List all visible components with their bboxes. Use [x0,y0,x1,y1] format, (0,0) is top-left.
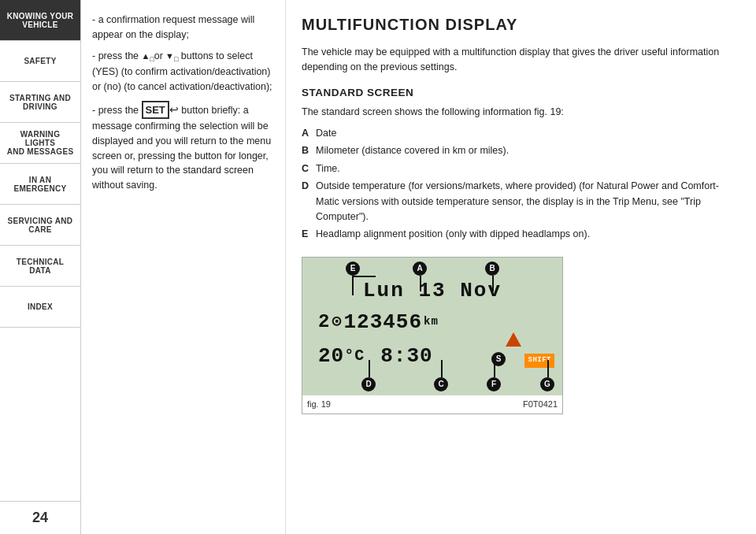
circle-label-e: E [346,261,360,276]
label-list: A Date B Milometer (distance covered in … [302,126,740,243]
left-column: - a confirmation request message will ap… [81,0,286,534]
label-row-b: B Milometer (distance covered in km or m… [302,143,740,158]
pointer-line-f [494,360,495,377]
pointer-line-e [352,276,354,295]
shift-badge: SHIFT [524,354,554,368]
bullet-1: - a confirmation request message will ap… [92,13,274,43]
display-date: Lun 13 Nov [363,275,502,306]
fig-caption: fig. 19 [307,398,331,411]
pointer-line-c [441,360,443,377]
display-temp-time: 20°C 8:30 [318,340,433,372]
circle-label-g: G [540,377,554,391]
circle-label-d: D [361,377,376,391]
set-button-label: SET [142,101,169,120]
circle-label-a: A [413,261,427,276]
display-mileage: 2⊙123456km [318,306,439,338]
pointer-line-a [420,276,421,291]
intro-text: The vehicle may be equipped with a multi… [302,45,740,76]
fig-caption-row: fig. 19 F0T0421 [302,395,562,413]
pointer-horiz-e [352,276,376,277]
pointer-line-b [492,276,494,291]
arrow-up-icon [506,332,521,347]
bullet-2: - press the ▲□or ▼□ buttons to select (Y… [92,49,274,95]
sidebar: KNOWING YOUR VEHICLE SAFETY STARTING AND… [0,0,81,534]
sidebar-item-technical-data[interactable]: TECHNICAL DATA [0,246,80,287]
circle-label-c: C [434,377,448,391]
standard-screen-title: STANDARD SCREEN [302,85,740,102]
sidebar-item-in-an-emergency[interactable]: IN AN EMERGENCY [0,164,80,205]
circle-label-f: F [487,377,501,391]
main-content: - a confirmation request message will ap… [81,0,756,534]
sidebar-item-warning-lights[interactable]: WARNING LIGHTS AND MESSAGES [0,123,80,164]
fig-code: F0T0421 [523,398,558,411]
bullet-3: - press the SET↩ button briefly: a messa… [92,101,274,193]
sidebar-item-servicing-and-care[interactable]: SERVICING AND CARE [0,205,80,246]
label-row-c: C Time. [302,161,740,176]
label-row-a: A Date [302,126,740,141]
figure-container: Lun 13 Nov 2⊙123456km 20°C 8:30 S [302,257,563,414]
label-row-e: E Headlamp alignment position (only with… [302,227,740,242]
sidebar-item-index[interactable]: INDEX [0,287,80,328]
page-title: MULTIFUNCTION DISPLAY [302,13,740,37]
circle-label-b: B [485,261,499,276]
standard-screen-intro: The standard screen shows the following … [302,105,740,120]
sidebar-item-starting-and-driving[interactable]: STARTING AND DRIVING [0,82,80,123]
right-column: MULTIFUNCTION DISPLAY The vehicle may be… [286,0,756,534]
display-screen: Lun 13 Nov 2⊙123456km 20°C 8:30 S [302,258,562,395]
page-number: 24 [0,501,80,534]
sidebar-item-safety[interactable]: SAFETY [0,41,80,82]
label-row-d: D Outside temperature (for versions/mark… [302,179,740,224]
pointer-line-d [369,360,370,377]
sidebar-item-knowing-your-vehicle[interactable]: KNOWING YOUR VEHICLE [0,0,80,41]
pointer-line-g [547,360,549,377]
